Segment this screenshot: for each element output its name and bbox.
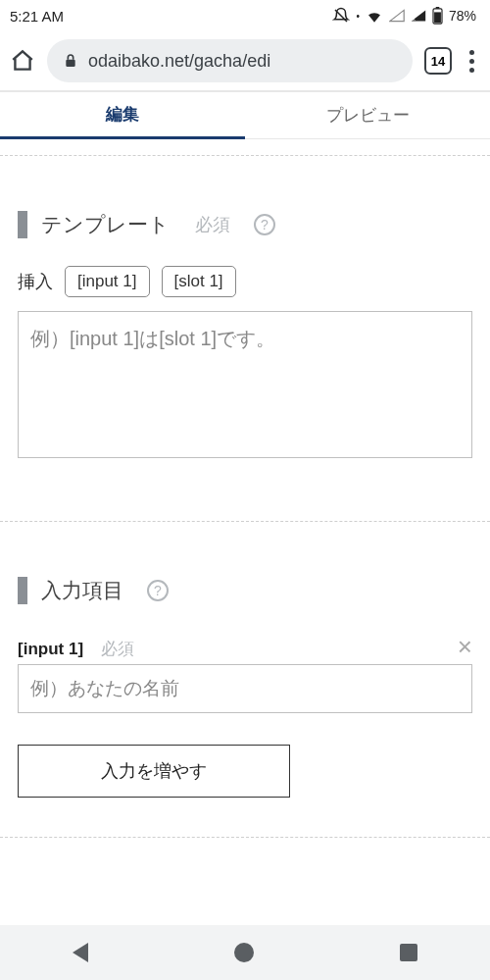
template-title: テンプレート [41,211,170,238]
inputs-section: 入力項目 ? [input 1] 必須 × 入力を増やす [18,522,472,798]
help-icon[interactable]: ? [254,214,275,235]
signal-empty-icon [389,9,405,23]
chip-input1[interactable]: [input 1] [65,266,150,297]
wifi-icon [366,9,383,23]
template-textarea[interactable] [18,311,472,458]
svg-rect-4 [66,60,74,67]
signal-icon: x [411,9,426,23]
tab-preview[interactable]: プレビュー [245,92,490,139]
help-icon[interactable]: ? [147,580,169,601]
section-marker-icon [18,577,27,604]
battery-percent: 78% [449,8,476,24]
tab-count-badge[interactable]: 14 [424,47,452,75]
input-item-field[interactable] [18,664,472,713]
nav-recents-icon[interactable] [400,944,417,961]
tab-edit[interactable]: 編集 [0,92,245,139]
lock-icon [63,52,78,70]
input-item-1: [input 1] 必須 × [18,638,472,713]
url-text: odaibako.net/gacha/edi [88,51,270,72]
insert-label: 挿入 [18,270,53,293]
required-tag: 必須 [195,213,230,236]
battery-icon [432,7,443,25]
nav-home-icon[interactable] [234,943,254,962]
remove-input-icon[interactable]: × [458,634,472,659]
android-status-bar: 5:21 AM • x 78% [0,0,490,31]
section-marker-icon [18,211,27,238]
required-tag: 必須 [101,638,134,660]
home-icon[interactable] [10,48,35,74]
add-input-button[interactable]: 入力を増やす [18,745,290,798]
notifications-off-icon [332,7,350,25]
status-time: 5:21 AM [10,8,64,25]
insert-chips-row: 挿入 [input 1] [slot 1] [18,266,472,297]
android-nav-bar [0,925,490,980]
url-bar[interactable]: odaibako.net/gacha/edi [47,39,413,82]
dot-icon: • [356,11,360,22]
chip-slot1[interactable]: [slot 1] [162,266,236,297]
page-tabs: 編集 プレビュー [0,92,490,139]
divider [0,837,490,838]
svg-rect-2 [436,7,440,9]
status-icons: • x 78% [332,7,476,25]
input-item-name: [input 1] [18,640,83,659]
inputs-title: 入力項目 [41,577,123,604]
nav-back-icon[interactable] [73,943,88,962]
template-section: テンプレート 必須 ? 挿入 [input 1] [slot 1] [18,156,472,462]
browser-menu-icon[interactable] [464,50,480,73]
browser-toolbar: odaibako.net/gacha/edi 14 [0,31,490,90]
svg-rect-3 [434,12,441,23]
